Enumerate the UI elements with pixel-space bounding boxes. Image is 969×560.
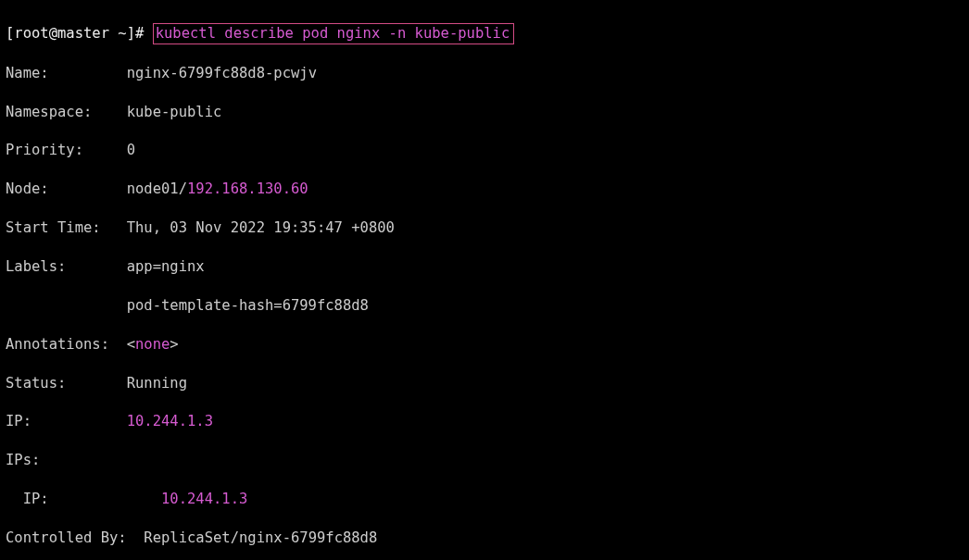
row-labels-2: pod-template-hash=6799fc88d8 (6, 296, 963, 316)
row-node: Node: node01/192.168.130.60 (6, 180, 963, 199)
row-annotations: Annotations: <none> (6, 335, 963, 355)
row-start-time: Start Time: Thu, 03 Nov 2022 19:35:47 +0… (6, 218, 963, 238)
row-namespace: Namespace: kube-public (6, 103, 963, 122)
node-ip: 192.168.130.60 (187, 180, 308, 197)
row-priority: Priority: 0 (6, 141, 963, 160)
terminal-output: [root@master ~]# kubectl describe pod ng… (0, 0, 969, 560)
pod-ip: 10.244.1.3 (127, 413, 213, 429)
row-ips-ip: IP: 10.244.1.3 (6, 490, 963, 509)
shell-prompt: [root@master ~]# (6, 25, 153, 42)
pod-ip-2: 10.244.1.3 (161, 491, 247, 507)
command-text: kubectl describe pod nginx -n kube-publi… (156, 25, 510, 42)
row-controlled-by: Controlled By: ReplicaSet/nginx-6799fc88… (6, 529, 963, 548)
command-highlight-box: kubectl describe pod nginx -n kube-publi… (153, 23, 515, 44)
none-value: none (135, 336, 170, 353)
row-name: Name: nginx-6799fc88d8-pcwjv (6, 64, 963, 83)
row-ips: IPs: (6, 451, 963, 470)
prompt-line: [root@master ~]# kubectl describe pod ng… (6, 23, 963, 44)
row-labels: Labels: app=nginx (6, 257, 963, 277)
row-ip: IP: 10.244.1.3 (6, 412, 963, 431)
row-status: Status: Running (6, 374, 963, 393)
